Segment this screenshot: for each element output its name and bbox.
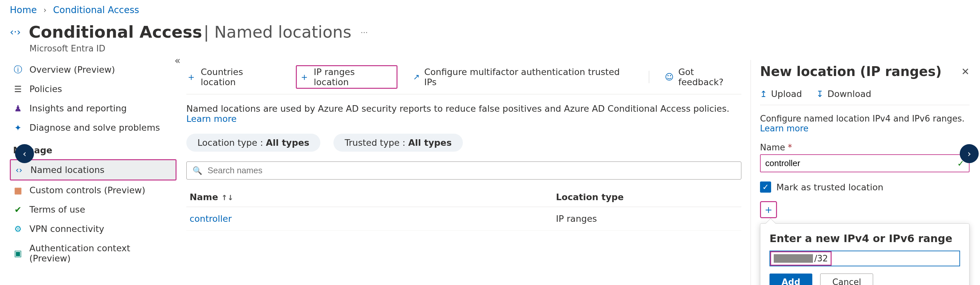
lightbulb-icon: ♟	[13, 104, 23, 113]
feedback-button[interactable]: ☺ Got feedback?	[665, 67, 741, 87]
blade-toolbar: ↥ Upload ↧ Download	[760, 79, 970, 105]
add-button[interactable]: Add	[770, 274, 812, 285]
svg-text:‹·›: ‹·›	[10, 26, 21, 38]
filter-location-type[interactable]: Location type : All types	[186, 134, 320, 152]
page-heading: ‹·› Conditional Access | Named locations…	[0, 17, 980, 42]
col-location-type[interactable]: Location type	[553, 187, 741, 207]
blade-title: New location (IP ranges)	[760, 64, 942, 79]
toolbar-label: Upload	[771, 89, 802, 99]
sidebar-item-vpn[interactable]: ⚙ VPN connectivity	[10, 219, 177, 239]
learn-more-link[interactable]: Learn more	[186, 114, 237, 124]
upload-icon: ↥	[760, 89, 767, 99]
configure-mfa-button[interactable]: ↗ Configure multifactor authentication t…	[413, 67, 633, 87]
sidebar-item-label: Named locations	[30, 165, 105, 175]
person-feedback-icon: ☺	[665, 72, 674, 82]
diagnose-icon: ✦	[13, 123, 23, 133]
external-link-icon: ↗	[413, 72, 420, 82]
sidebar-item-policies[interactable]: ☰ Policies	[10, 79, 177, 99]
name-label: Name *	[760, 142, 970, 154]
sort-icon: ↑↓	[221, 194, 233, 202]
page-title: Conditional Access	[29, 22, 202, 42]
toolbar-label: IP ranges location	[314, 67, 392, 87]
conditional-access-icon: ‹·›	[10, 26, 23, 38]
carousel-next-button[interactable]: ›	[960, 144, 979, 163]
breadcrumb-home[interactable]: Home	[10, 5, 37, 15]
sidebar-item-auth-context[interactable]: ▣ Authentication context (Preview)	[10, 239, 177, 268]
ip-range-popover: Enter a new IPv4 or IPv6 range /32 Add C…	[760, 223, 970, 285]
sidebar-item-label: VPN connectivity	[29, 224, 104, 234]
info-icon: ⓘ	[13, 65, 23, 75]
download-icon: ↧	[816, 89, 823, 99]
named-locations-table: Name↑↓ Location type controller IP range…	[186, 187, 741, 231]
search-names[interactable]: 🔍	[186, 162, 741, 179]
description: Named locations are used by Azure AD sec…	[186, 94, 741, 134]
name-input-wrap: ✓	[760, 154, 970, 172]
learn-more-link[interactable]: Learn more	[760, 123, 808, 133]
toolbar-label: Download	[827, 89, 871, 99]
sidebar: « ⓘ Overview (Preview) ☰ Policies ♟ Insi…	[0, 60, 177, 268]
ip-suffix: /32	[814, 252, 830, 265]
location-icon: ‹›	[14, 165, 24, 175]
ip-input-outer: /32	[770, 251, 960, 266]
row-name-link[interactable]: controller	[189, 214, 232, 224]
col-name[interactable]: Name↑↓	[186, 187, 553, 207]
checkbox-checked-icon[interactable]: ✓	[760, 181, 771, 193]
context-icon: ▣	[13, 248, 23, 258]
ip-range-input[interactable]	[832, 251, 959, 266]
sidebar-item-label: Policies	[29, 84, 62, 94]
sidebar-item-label: Terms of use	[29, 204, 85, 215]
sidebar-item-overview[interactable]: ⓘ Overview (Preview)	[10, 60, 177, 79]
more-icon[interactable]: ⋯	[361, 28, 368, 36]
filter-pills: Location type : All types Trusted type :…	[186, 134, 741, 162]
main-content: ＋ Countries location ＋ IP ranges locatio…	[177, 60, 751, 231]
sidebar-item-custom-controls[interactable]: ▦ Custom controls (Preview)	[10, 181, 177, 200]
cancel-button[interactable]: Cancel	[820, 274, 873, 285]
trusted-label: Mark as trusted location	[776, 182, 883, 192]
plus-icon: ＋	[186, 70, 196, 84]
toolbar: ＋ Countries location ＋ IP ranges locatio…	[186, 62, 741, 94]
add-ip-range-button[interactable]: ＋	[760, 201, 777, 218]
blade-description: Configure named location IPv4 and IPv6 r…	[760, 105, 970, 142]
page-title-suffix: | Named locations	[204, 22, 352, 42]
countries-location-button[interactable]: ＋ Countries location	[186, 67, 280, 87]
breadcrumb: Home › Conditional Access	[0, 0, 980, 17]
close-icon[interactable]: ✕	[961, 66, 970, 77]
sidebar-item-insights[interactable]: ♟ Insights and reporting	[10, 99, 177, 118]
filter-trusted-type[interactable]: Trusted type : All types	[333, 134, 463, 152]
list-icon: ☰	[13, 84, 23, 94]
plus-icon: ＋	[299, 70, 309, 84]
sidebar-item-terms[interactable]: ✔ Terms of use	[10, 200, 177, 219]
sidebar-item-label: Custom controls (Preview)	[29, 185, 145, 195]
sidebar-item-label: Diagnose and solve problems	[29, 123, 160, 133]
popover-title: Enter a new IPv4 or IPv6 range	[770, 232, 960, 245]
row-type: IP ranges	[553, 207, 741, 231]
sidebar-item-label: Insights and reporting	[29, 103, 127, 113]
name-input[interactable]	[760, 155, 953, 172]
toolbar-label: Got feedback?	[678, 67, 741, 87]
check-icon: ✔	[13, 205, 23, 215]
page-subtitle: Microsoft Entra ID	[0, 42, 980, 60]
sidebar-section-manage: Manage	[10, 137, 177, 159]
redacted-ip	[774, 254, 813, 263]
new-location-blade: New location (IP ranges) ✕ ↥ Upload ↧ Do…	[751, 60, 980, 285]
breadcrumb-current[interactable]: Conditional Access	[53, 5, 139, 15]
trusted-checkbox-row[interactable]: ✓ Mark as trusted location	[760, 179, 970, 201]
download-button[interactable]: ↧ Download	[816, 89, 871, 99]
table-row[interactable]: controller IP ranges	[186, 207, 741, 231]
search-icon: 🔍	[192, 166, 202, 175]
upload-button[interactable]: ↥ Upload	[760, 89, 802, 99]
ip-ranges-location-button[interactable]: ＋ IP ranges location	[296, 65, 398, 89]
search-input[interactable]	[207, 165, 735, 176]
sidebar-item-named-locations[interactable]: ‹› Named locations	[10, 159, 177, 181]
gear-icon: ⚙	[13, 224, 23, 234]
toolbar-label: Countries location	[201, 67, 280, 87]
toolbar-label: Configure multifactor authentication tru…	[424, 67, 633, 87]
sidebar-item-diagnose[interactable]: ✦ Diagnose and solve problems	[10, 118, 177, 137]
collapse-sidebar-icon[interactable]: «	[175, 55, 180, 66]
carousel-prev-button[interactable]: ‹	[15, 144, 34, 163]
controls-icon: ▦	[13, 186, 23, 195]
sidebar-item-label: Overview (Preview)	[29, 64, 115, 75]
sidebar-item-label: Authentication context (Preview)	[29, 243, 173, 263]
chevron-right-icon: ›	[43, 6, 47, 15]
